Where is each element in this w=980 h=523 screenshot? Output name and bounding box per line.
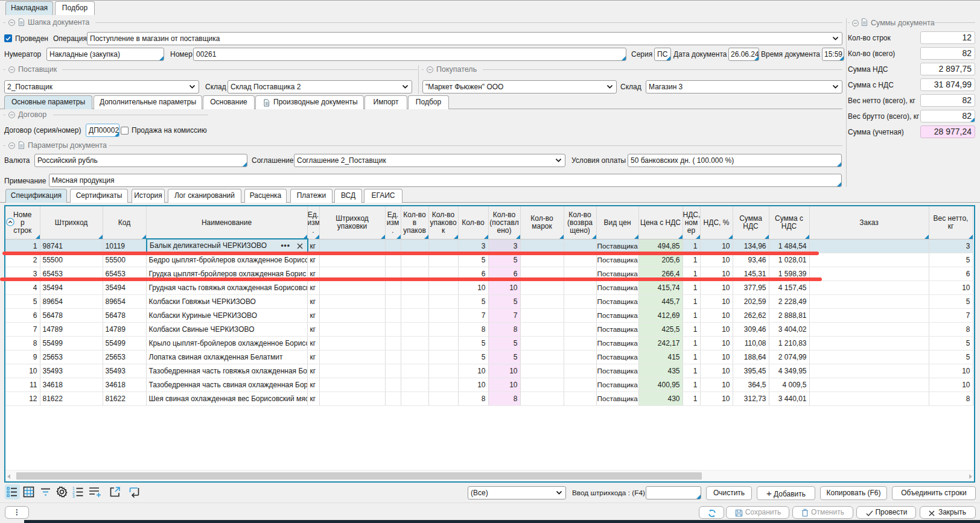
svg-text:3: 3	[72, 494, 75, 498]
